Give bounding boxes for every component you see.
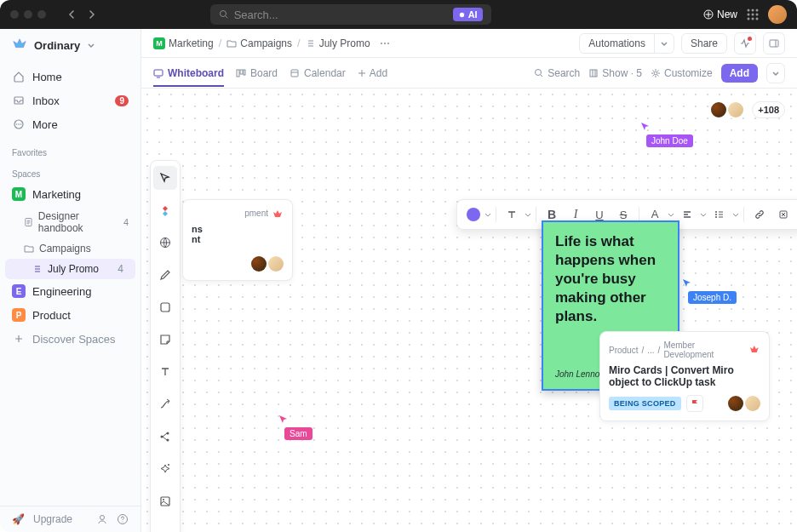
person-icon[interactable] [96,513,108,525]
add-button[interactable]: Add [721,64,758,83]
breadcrumb-folder[interactable]: Campaigns [226,37,292,49]
help-icon[interactable] [117,513,129,525]
convert-button[interactable] [772,203,794,226]
cursor-icon [681,277,693,289]
chevron-down-icon [485,211,491,218]
space-engineering[interactable]: E Engineering [0,279,140,303]
assignee-avatar [251,256,267,272]
font-family[interactable] [501,203,523,226]
svg-point-8 [755,14,758,16]
svg-point-45 [715,216,717,218]
tool-mindmap[interactable] [153,425,177,449]
tool-image[interactable] [153,489,177,513]
tool-sticky[interactable] [153,328,177,352]
discover-spaces[interactable]: Discover Spaces [0,327,140,351]
sidebar-july-promo[interactable]: July Promo 4 [5,259,135,279]
tool-pen[interactable] [153,263,177,287]
nav-back[interactable] [63,6,80,23]
tool-select[interactable] [153,166,177,190]
remote-cursor-sam: Sam [278,414,312,440]
tool-connector[interactable] [153,392,177,416]
space-product[interactable]: P Product [0,303,140,327]
more-icon [12,117,26,131]
tool-more[interactable] [153,522,177,532]
task-card-miro[interactable]: Product / ... / Member Development Miro … [599,331,770,421]
space-marketing[interactable]: M Marketing [0,182,140,206]
maximize-window[interactable] [37,10,46,19]
svg-point-7 [751,14,754,16]
gear-icon [651,68,661,78]
clickup-icon [748,344,760,356]
whiteboard-canvas[interactable]: +108 John Doe Joseph D. Sam [141,89,797,532]
assignee-avatar [268,256,284,272]
sidebar-designer-handbook[interactable]: Designer handbook 4 [0,206,140,238]
priority-flag[interactable] [686,395,703,412]
sidebar-campaigns[interactable]: Campaigns [0,238,140,259]
breadcrumb-space[interactable]: M Marketing [153,37,214,49]
activity-button[interactable] [734,32,756,54]
list-button[interactable] [708,203,731,226]
view-show[interactable]: Show · 5 [588,67,642,79]
svg-point-18 [100,516,105,520]
assignee-avatar [745,396,760,411]
favorites-label: Favorites [0,140,140,161]
plus-icon [358,69,366,77]
automations-button[interactable]: Automations [579,33,674,54]
svg-point-6 [747,14,749,16]
share-button[interactable]: Share [681,33,727,54]
chevron-down-icon [655,36,674,51]
svg-point-4 [751,9,754,12]
svg-rect-24 [154,70,163,76]
tool-ai[interactable] [153,457,177,481]
tab-calendar[interactable]: Calendar [290,60,346,86]
home-icon [12,70,26,83]
user-avatar[interactable] [768,5,787,24]
svg-point-14 [16,123,18,125]
global-search[interactable]: Search... AI [210,4,491,25]
sidebar-inbox[interactable]: Inbox 9 [0,89,140,112]
add-button-dropdown[interactable] [766,63,785,83]
new-button[interactable]: New [703,9,737,20]
breadcrumb-list[interactable]: July Promo [306,37,370,49]
presence-avatar[interactable] [709,100,728,119]
svg-rect-26 [240,70,243,74]
list-icon [306,38,316,49]
svg-point-9 [747,18,749,20]
presence-avatar[interactable] [726,100,745,119]
window-controls [10,10,46,19]
svg-point-37 [168,464,169,466]
svg-point-21 [384,43,386,44]
apps-icon[interactable] [746,8,760,21]
tab-whiteboard[interactable]: Whiteboard [153,60,224,86]
task-card-partial[interactable]: pment nsnt [182,199,293,281]
ai-badge[interactable]: AI [453,8,483,21]
tool-shape[interactable] [153,295,177,319]
chevron-down-icon [732,211,739,218]
sidebar: Ordinary Home Inbox 9 More Favorites Spa… [0,29,141,532]
svg-point-3 [747,9,749,12]
tool-task[interactable] [153,198,177,222]
svg-rect-33 [161,303,169,312]
view-customize[interactable]: Customize [651,67,713,79]
svg-point-31 [654,72,657,75]
tool-web[interactable] [153,231,177,255]
tab-board[interactable]: Board [236,60,278,86]
tool-text[interactable] [153,360,177,384]
view-search[interactable]: Search [534,67,580,79]
minimize-window[interactable] [24,10,32,19]
close-window[interactable] [10,10,19,19]
tab-add[interactable]: Add [358,67,387,79]
color-picker[interactable] [462,203,485,226]
presence-more[interactable]: +108 [752,101,785,118]
svg-rect-25 [237,70,239,77]
upgrade-link[interactable]: Upgrade [33,513,88,525]
nav-forward[interactable] [83,6,100,23]
remote-cursor-joseph: Joseph D. [681,277,737,304]
plus-circle-icon [703,9,714,20]
sidebar-home[interactable]: Home [0,65,140,89]
link-button[interactable] [748,203,771,226]
panel-button[interactable] [763,32,785,54]
sidebar-more[interactable]: More [0,112,140,136]
breadcrumb-more-icon[interactable] [379,37,391,49]
workspace-switcher[interactable]: Ordinary [0,29,140,61]
